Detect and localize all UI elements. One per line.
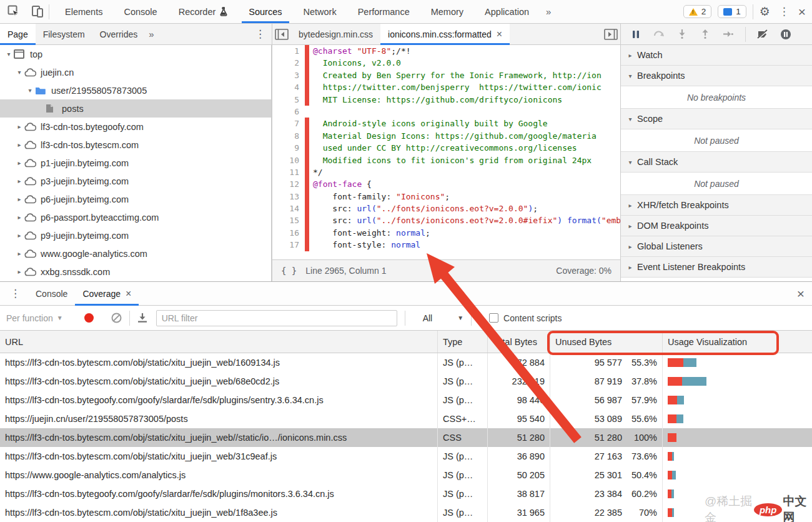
coverage-row[interactable]: https://www.google-analytics.com/analyti… <box>0 466 812 484</box>
tree-right-arrow-icon[interactable]: ▸ <box>14 214 24 221</box>
coverage-row[interactable]: https://lf3-cdn-tos.bytescm.com/obj/stat… <box>0 503 812 522</box>
inspect-element-icon[interactable] <box>6 4 21 19</box>
tab-elements[interactable]: Elements <box>54 0 113 23</box>
code-line[interactable]: 14 src: url("../fonts/ionicons.eot?v=2.0… <box>272 203 620 214</box>
drawer-menu-kebab-icon[interactable]: ⋮ <box>7 287 23 300</box>
line-number[interactable]: 14 <box>272 203 305 214</box>
line-number[interactable]: 7 <box>272 118 305 129</box>
tree-down-arrow-icon[interactable]: ▾ <box>4 51 14 58</box>
content-scripts-checkbox[interactable] <box>489 313 498 323</box>
tab-memory[interactable]: Memory <box>420 0 474 23</box>
line-number[interactable]: 4 <box>272 81 305 93</box>
main-menu-kebab-icon[interactable]: ⋮ <box>776 5 792 18</box>
line-number[interactable]: 5 <box>272 94 305 106</box>
step-out-icon[interactable] <box>699 28 711 41</box>
section-xhr-fetch-breakpoints[interactable]: ▸XHR/fetch Breakpoints <box>621 195 812 216</box>
code-line[interactable]: 5 MIT License: https://github.com/drifty… <box>272 94 620 106</box>
section-breakpoints[interactable]: ▾Breakpoints <box>621 66 812 86</box>
coverage-row[interactable]: https://lf3-cdn-tos.bytescm.com/obj/stat… <box>0 428 812 447</box>
tab-application[interactable]: Application <box>474 0 540 23</box>
tree-right-arrow-icon[interactable]: ▸ <box>14 178 24 184</box>
line-number[interactable]: 6 <box>272 106 305 118</box>
close-drawer-icon[interactable]: × <box>797 287 805 300</box>
drawer-tab-console[interactable]: Console <box>28 282 75 305</box>
tree-item-xxbg.snssdk.com[interactable]: ▸xxbg.snssdk.com <box>0 263 271 281</box>
tree-right-arrow-icon[interactable]: ▸ <box>14 159 24 166</box>
line-number[interactable]: 11 <box>272 166 305 178</box>
tab-console[interactable]: Console <box>113 0 167 23</box>
tree-right-arrow-icon[interactable]: ▸ <box>14 123 24 130</box>
tree-item-lf3-cdn-tos.bytegoofy.com[interactable]: ▸lf3-cdn-tos.bytegoofy.com <box>0 118 271 136</box>
toggle-navigator-icon[interactable] <box>272 24 291 44</box>
code-line[interactable]: 7 Android-style icons originally built b… <box>272 118 620 129</box>
coverage-row[interactable]: https://lf3-cdn-tos.bytegoofy.com/goofy/… <box>0 391 812 409</box>
section-global-listeners[interactable]: ▸Global Listeners <box>621 236 812 257</box>
line-number[interactable]: 8 <box>272 130 305 142</box>
code-line[interactable]: 11*/ <box>272 166 620 178</box>
more-tabs-chevron[interactable]: » <box>540 0 557 23</box>
column-header-total-bytes[interactable]: Total Bytes <box>487 331 550 353</box>
line-number[interactable]: 15 <box>272 214 305 226</box>
tree-right-arrow-icon[interactable]: ▸ <box>14 250 24 257</box>
tab-filesystem[interactable]: Filesystem <box>36 24 92 44</box>
pause-on-exceptions-icon[interactable] <box>780 28 792 41</box>
more-tabs-chevron[interactable]: » <box>145 24 157 44</box>
tree-item-posts[interactable]: posts <box>0 99 271 118</box>
coverage-mode-select[interactable]: Per function ▼ <box>6 313 63 323</box>
tree-item-top[interactable]: ▾top <box>0 45 271 63</box>
code-line[interactable]: 1@charset "UTF-8";/*! <box>272 45 620 57</box>
column-header-unused-bytes[interactable]: Unused Bytes <box>550 331 662 353</box>
tab-sources[interactable]: Sources <box>238 0 292 23</box>
deactivate-breakpoints-icon[interactable] <box>756 28 769 41</box>
pretty-print-icon[interactable]: { } <box>281 266 297 276</box>
line-number[interactable]: 13 <box>272 191 305 203</box>
code-line[interactable]: 15 src: url("../fonts/ionicons.eot?v=2.0… <box>272 214 620 226</box>
tree-item-www.google-analytics.com[interactable]: ▸www.google-analytics.com <box>0 244 271 263</box>
tree-right-arrow-icon[interactable]: ▸ <box>14 232 24 239</box>
tree-right-arrow-icon[interactable]: ▸ <box>14 196 24 203</box>
tree-down-arrow-icon[interactable]: ▾ <box>14 69 24 76</box>
url-filter-input[interactable] <box>156 310 397 326</box>
code-line[interactable]: 9 used under CC BY http://creativecommon… <box>272 142 620 154</box>
tab-recorder[interactable]: Recorder <box>168 0 239 23</box>
tree-item-user-219558057873005[interactable]: ▾user/219558057873005 <box>0 81 271 99</box>
code-line[interactable]: 17 font-style: normal <box>272 239 620 251</box>
close-tab-icon[interactable]: × <box>126 288 131 299</box>
close-devtools-icon[interactable]: × <box>798 5 806 18</box>
code-line[interactable]: 3 Created by Ben Sperry for the Ionic Fr… <box>272 69 620 81</box>
tree-item-p6-passport.byteacctimg.com[interactable]: ▸p6-passport.byteacctimg.com <box>0 208 271 226</box>
line-number[interactable]: 9 <box>272 142 305 154</box>
code-line[interactable]: 8 Material Design Icons: https://github.… <box>272 130 620 142</box>
line-number[interactable]: 1 <box>272 45 305 57</box>
line-number[interactable]: 10 <box>272 154 305 166</box>
section-event-listener-breakpoints[interactable]: ▸Event Listener Breakpoints <box>621 257 812 278</box>
code-line[interactable]: 2 Ionicons, v2.0.0 <box>272 57 620 69</box>
step-into-icon[interactable] <box>676 28 688 41</box>
section-watch[interactable]: ▸Watch <box>621 45 812 66</box>
code-line[interactable]: 10 Modified icons to fit ionicon's grid … <box>272 154 620 166</box>
editor-tab-bytedesign-min-css[interactable]: bytedesign.min.css <box>291 24 380 44</box>
tree-right-arrow-icon[interactable]: ▸ <box>14 268 24 275</box>
coverage-row[interactable]: https://lf3-cdn-tos.bytegoofy.com/goofy/… <box>0 484 812 503</box>
record-coverage-button[interactable] <box>84 313 94 323</box>
coverage-row[interactable]: https://lf3-cdn-tos.bytescm.com/obj/stat… <box>0 372 812 391</box>
section-dom-breakpoints[interactable]: ▸DOM Breakpoints <box>621 216 812 236</box>
column-header-usage-visualization[interactable]: Usage Visualization <box>662 331 812 353</box>
tab-network[interactable]: Network <box>293 0 347 23</box>
column-header-type[interactable]: Type <box>437 331 487 353</box>
line-number[interactable]: 2 <box>272 57 305 69</box>
step-over-icon[interactable] <box>653 28 665 41</box>
step-icon[interactable] <box>722 28 735 41</box>
toggle-debugger-icon[interactable] <box>602 24 620 44</box>
tab-page[interactable]: Page <box>0 24 36 44</box>
section-scope[interactable]: ▾Scope <box>621 109 812 129</box>
issues-badge[interactable]: 1 <box>718 5 746 18</box>
editor-tab-ionicons-min-css-formatted[interactable]: ionicons.min.css:formatted× <box>380 24 510 44</box>
code-line[interactable]: 13 font-family: "Ionicons"; <box>272 191 620 203</box>
close-tab-icon[interactable]: × <box>497 29 502 40</box>
tree-item-p6-juejin.byteimg.com[interactable]: ▸p6-juejin.byteimg.com <box>0 190 271 208</box>
coverage-row[interactable]: https://lf3-cdn-tos.bytescm.com/obj/stat… <box>0 353 812 372</box>
tree-item-lf3-cdn-tos.bytescm.com[interactable]: ▸lf3-cdn-tos.bytescm.com <box>0 136 271 154</box>
coverage-row[interactable]: https://juejin.cn/user/219558057873005/p… <box>0 409 812 428</box>
line-number[interactable]: 16 <box>272 227 305 239</box>
